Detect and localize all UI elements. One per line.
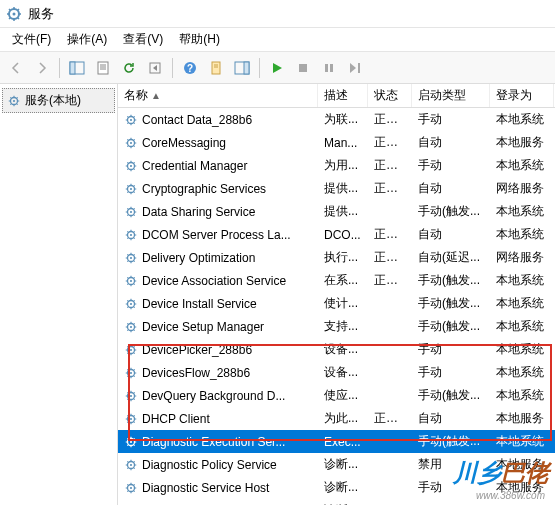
- service-name: DevQuery Background D...: [142, 389, 285, 403]
- action-pane-button[interactable]: [230, 56, 254, 80]
- services-list: 名称▲ 描述 状态 启动类型 登录为 Contact Data_288b6为联.…: [118, 84, 555, 505]
- service-startup: 禁用: [412, 456, 490, 473]
- tree-node-services-local[interactable]: 服务(本地): [2, 88, 115, 113]
- service-startup: 手动(触发...: [412, 433, 490, 450]
- service-name: DHCP Client: [142, 412, 210, 426]
- service-logon: 网络服务: [490, 180, 554, 197]
- gear-icon: [124, 274, 138, 288]
- gear-icon: [124, 297, 138, 311]
- start-service-button[interactable]: [265, 56, 289, 80]
- sidebar-tree[interactable]: 服务(本地): [0, 84, 118, 505]
- table-row[interactable]: Device Setup Manager支持...手动(触发...本地系统: [118, 315, 555, 338]
- column-header-startup[interactable]: 启动类型: [412, 84, 490, 107]
- service-startup: 自动: [412, 226, 490, 243]
- service-name: Diagnostic Policy Service: [142, 458, 277, 472]
- table-row[interactable]: Data Sharing Service提供...手动(触发...本地系统: [118, 200, 555, 223]
- service-description: 提供...: [318, 180, 368, 197]
- service-logon: 本地服务: [490, 479, 554, 496]
- toolbar-separator: [59, 58, 60, 78]
- gear-icon: [124, 481, 138, 495]
- service-name: Device Setup Manager: [142, 320, 264, 334]
- service-startup: 自动: [412, 410, 490, 427]
- svg-point-35: [130, 256, 132, 258]
- service-description: 提供...: [318, 203, 368, 220]
- service-description: 设备...: [318, 364, 368, 381]
- table-row[interactable]: Cryptographic Services提供...正在...自动网络服务: [118, 177, 555, 200]
- properties-button[interactable]: [91, 56, 115, 80]
- service-logon: 本地系统: [490, 203, 554, 220]
- service-status: 正在...: [368, 249, 412, 266]
- gear-icon: [124, 366, 138, 380]
- svg-point-55: [130, 486, 132, 488]
- show-hide-tree-button[interactable]: [65, 56, 89, 80]
- properties-sheet-button[interactable]: [204, 56, 228, 80]
- service-logon: 本地系统: [490, 226, 554, 243]
- svg-rect-3: [70, 62, 75, 74]
- service-status: 正在...: [368, 111, 412, 128]
- gear-icon: [124, 113, 138, 127]
- table-row[interactable]: DCOM Server Process La...DCO...正在...自动本地…: [118, 223, 555, 246]
- svg-point-51: [130, 440, 132, 442]
- restart-service-button[interactable]: [343, 56, 367, 80]
- service-logon: 本地系统: [490, 364, 554, 381]
- refresh-button[interactable]: [117, 56, 141, 80]
- service-name: Delivery Optimization: [142, 251, 255, 265]
- svg-point-27: [130, 164, 132, 166]
- svg-point-1: [13, 12, 16, 15]
- table-row[interactable]: DevicesFlow_288b6设备...手动本地系统: [118, 361, 555, 384]
- stop-service-button[interactable]: [291, 56, 315, 80]
- forward-button[interactable]: [30, 56, 54, 80]
- table-row[interactable]: Diagnostic System Host诊断...: [118, 499, 555, 505]
- pause-service-button[interactable]: [317, 56, 341, 80]
- svg-text:?: ?: [187, 63, 193, 74]
- menu-help[interactable]: 帮助(H): [171, 28, 228, 51]
- svg-point-49: [130, 417, 132, 419]
- column-header-status[interactable]: 状态: [368, 84, 412, 107]
- table-row[interactable]: DHCP Client为此...正在...自动本地服务: [118, 407, 555, 430]
- service-name: Device Install Service: [142, 297, 257, 311]
- service-logon: 本地系统: [490, 341, 554, 358]
- service-logon: 本地系统: [490, 157, 554, 174]
- service-description: 支持...: [318, 318, 368, 335]
- column-header-name[interactable]: 名称▲: [118, 84, 318, 107]
- service-name: Contact Data_288b6: [142, 113, 252, 127]
- table-row[interactable]: Device Association Service在系...正在...手动(触…: [118, 269, 555, 292]
- menu-action[interactable]: 操作(A): [59, 28, 115, 51]
- svg-rect-16: [299, 64, 307, 72]
- service-description: 诊断...: [318, 479, 368, 496]
- column-header-description[interactable]: 描述: [318, 84, 368, 107]
- service-status: 正在...: [368, 157, 412, 174]
- table-row[interactable]: DevQuery Background D...使应...手动(触发...本地系…: [118, 384, 555, 407]
- svg-rect-4: [98, 62, 108, 74]
- service-status: 正在...: [368, 226, 412, 243]
- table-row[interactable]: Device Install Service使计...手动(触发...本地系统: [118, 292, 555, 315]
- svg-rect-17: [325, 64, 328, 72]
- table-row[interactable]: Delivery Optimization执行...正在...自动(延迟...网…: [118, 246, 555, 269]
- service-status: 正在...: [368, 410, 412, 427]
- table-row[interactable]: Diagnostic Policy Service诊断...禁用本地服务: [118, 453, 555, 476]
- export-list-button[interactable]: [143, 56, 167, 80]
- service-logon: 本地系统: [490, 272, 554, 289]
- service-logon: 本地系统: [490, 111, 554, 128]
- table-row[interactable]: Contact Data_288b6为联...正在...手动本地系统: [118, 108, 555, 131]
- table-row[interactable]: Diagnostic Service Host诊断...手动本地服务: [118, 476, 555, 499]
- service-startup: 手动: [412, 364, 490, 381]
- table-row[interactable]: DevicePicker_288b6设备...手动本地系统: [118, 338, 555, 361]
- column-header-logon[interactable]: 登录为: [490, 84, 554, 107]
- svg-point-47: [130, 394, 132, 396]
- table-row[interactable]: Credential Manager为用...正在...手动本地系统: [118, 154, 555, 177]
- service-startup: 手动(触发...: [412, 272, 490, 289]
- service-description: Exec...: [318, 435, 368, 449]
- gear-icon: [124, 412, 138, 426]
- service-status: 正在...: [368, 180, 412, 197]
- service-description: 为联...: [318, 111, 368, 128]
- service-name: Data Sharing Service: [142, 205, 255, 219]
- menu-file[interactable]: 文件(F): [4, 28, 59, 51]
- table-row[interactable]: Diagnostic Execution Ser...Exec...手动(触发.…: [118, 430, 555, 453]
- svg-point-23: [130, 118, 132, 120]
- svg-point-43: [130, 348, 132, 350]
- menu-view[interactable]: 查看(V): [115, 28, 171, 51]
- help-button[interactable]: ?: [178, 56, 202, 80]
- back-button[interactable]: [4, 56, 28, 80]
- table-row[interactable]: CoreMessagingMan...正在...自动本地服务: [118, 131, 555, 154]
